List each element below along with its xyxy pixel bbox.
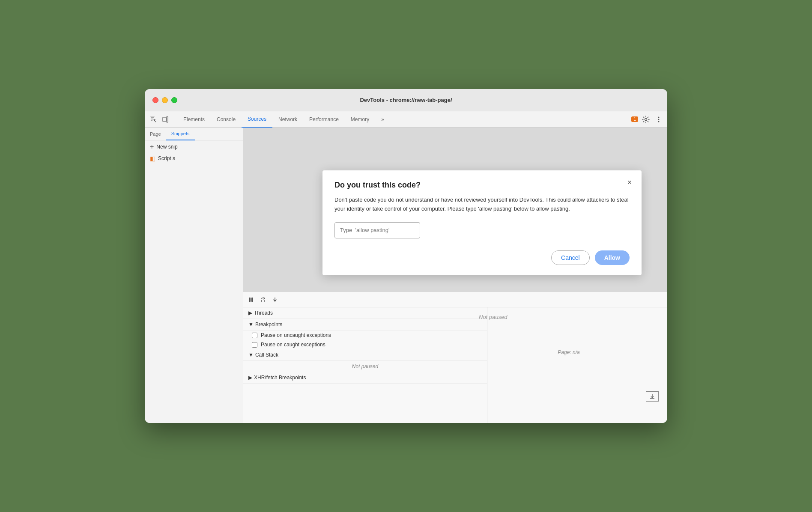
dialog-title: Do you trust this code?: [334, 181, 630, 190]
sidebar-tab-snippets[interactable]: Snippets: [166, 128, 195, 140]
tab-more[interactable]: »: [375, 111, 390, 128]
window-title: DevTools - chrome://new-tab-page/: [360, 97, 452, 103]
more-options-icon[interactable]: [654, 114, 664, 125]
not-paused-right: Not paused: [479, 314, 508, 320]
svg-point-6: [658, 121, 660, 122]
titlebar: DevTools - chrome://new-tab-page/: [145, 89, 667, 111]
breakpoints-chevron-icon: ▼: [248, 321, 254, 327]
bottom-toolbar: [243, 292, 667, 307]
page-label: Page: n/a: [558, 349, 579, 355]
devtools-icon-group: [148, 114, 170, 125]
editor-area: × Do you trust this code? Don't paste co…: [243, 128, 667, 292]
tab-sources[interactable]: Sources: [242, 111, 272, 128]
pause-uncaught-item: Pause on uncaught exceptions: [243, 330, 487, 340]
svg-point-5: [658, 119, 660, 120]
devtools-body: Page Snippets + New snip ◧ Script s: [145, 128, 667, 423]
pause-uncaught-checkbox[interactable]: [252, 333, 257, 338]
script-file-icon: ◧: [150, 155, 155, 162]
bottom-right-panel: Page: n/a Not paused: [487, 307, 667, 423]
call-stack-section[interactable]: ▼ Call Stack: [243, 349, 487, 361]
notification-badge: 1: [631, 116, 638, 122]
threads-chevron-icon: ▶: [248, 310, 252, 316]
device-toggle-icon[interactable]: [160, 114, 170, 125]
xhr-chevron-icon: ▶: [248, 375, 252, 381]
minimize-button[interactable]: [162, 97, 168, 103]
pause-icon[interactable]: [247, 295, 255, 304]
bottom-content: ▶ Threads ▼ Breakpoints Pause on uncaugh…: [243, 307, 667, 423]
allow-button[interactable]: Allow: [595, 250, 630, 265]
tab-elements[interactable]: Elements: [177, 111, 211, 128]
svg-rect-7: [249, 298, 251, 302]
devtools-tabs: Elements Console Sources Network Perform…: [177, 111, 631, 128]
tab-network[interactable]: Network: [272, 111, 303, 128]
threads-section[interactable]: ▶ Threads: [243, 307, 487, 319]
svg-point-4: [658, 116, 660, 118]
pause-caught-checkbox[interactable]: [252, 342, 257, 348]
main-area: × Do you trust this code? Don't paste co…: [243, 128, 667, 423]
sidebar-tabs: Page Snippets: [145, 128, 243, 140]
bottom-left-panel: ▶ Threads ▼ Breakpoints Pause on uncaugh…: [243, 307, 487, 423]
download-icon[interactable]: [646, 391, 659, 402]
close-button[interactable]: [152, 97, 158, 103]
settings-icon[interactable]: [641, 114, 651, 125]
tab-memory[interactable]: Memory: [345, 111, 375, 128]
allow-pasting-input[interactable]: [334, 222, 420, 238]
tab-console[interactable]: Console: [211, 111, 242, 128]
svg-rect-2: [167, 116, 168, 122]
fullscreen-button[interactable]: [171, 97, 177, 103]
tab-performance[interactable]: Performance: [303, 111, 345, 128]
step-into-icon[interactable]: [271, 295, 279, 304]
script-item[interactable]: ◧ Script s: [145, 153, 243, 164]
call-stack-chevron-icon: ▼: [248, 352, 254, 358]
bottom-panel: ▶ Threads ▼ Breakpoints Pause on uncaugh…: [243, 292, 667, 423]
devtools-toolbar: Elements Console Sources Network Perform…: [145, 111, 667, 128]
sidebar-tab-page[interactable]: Page: [145, 128, 166, 140]
svg-rect-8: [251, 298, 253, 302]
sidebar: Page Snippets + New snip ◧ Script s: [145, 128, 243, 423]
svg-point-3: [645, 118, 647, 120]
devtools-right-controls: 1: [631, 114, 664, 125]
dialog-close-button[interactable]: ×: [624, 176, 636, 188]
dialog-buttons: Cancel Allow: [334, 250, 630, 265]
xhr-breakpoints-section[interactable]: ▶ XHR/fetch Breakpoints: [243, 372, 487, 384]
new-snip-button[interactable]: + New snip: [145, 140, 243, 153]
breakpoints-section[interactable]: ▼ Breakpoints: [243, 319, 487, 330]
traffic-lights: [152, 97, 177, 103]
plus-icon: +: [150, 143, 154, 151]
pause-caught-item: Pause on caught exceptions: [243, 340, 487, 349]
not-paused-left: Not paused: [243, 361, 487, 372]
inspect-element-icon[interactable]: [148, 114, 158, 125]
devtools-window: DevTools - chrome://new-tab-page/ Elemen: [145, 89, 667, 423]
dialog-body: Don't paste code you do not understand o…: [334, 196, 630, 214]
trust-dialog: × Do you trust this code? Don't paste co…: [322, 170, 642, 275]
cancel-button[interactable]: Cancel: [551, 250, 590, 265]
step-over-icon[interactable]: [259, 295, 267, 304]
svg-rect-1: [163, 117, 166, 122]
svg-rect-0: [150, 116, 155, 117]
